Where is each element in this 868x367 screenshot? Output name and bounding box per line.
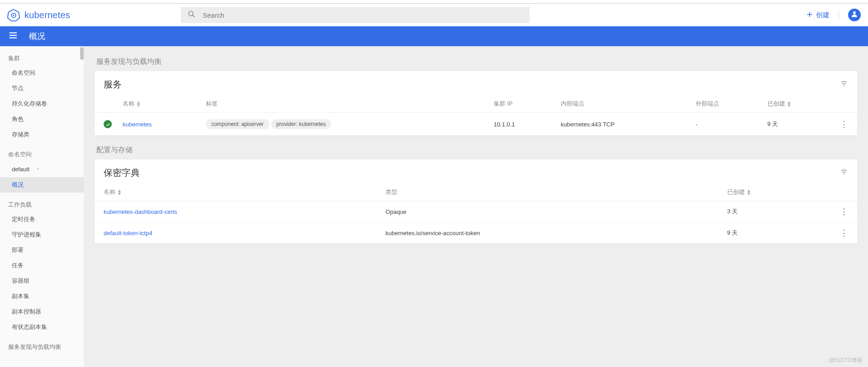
sidebar-item[interactable]: 角色: [0, 111, 84, 127]
sidebar-item[interactable]: 容器组: [0, 273, 84, 289]
secret-name-link[interactable]: default-token-tctp4: [104, 230, 153, 237]
search-input[interactable]: [203, 11, 523, 19]
sidebar-item[interactable]: 存储类: [0, 127, 84, 142]
cell-created: 9 天: [762, 113, 835, 136]
secrets-card: 保密字典 名称▲▼ 类型 已创建▲▼ kubernetes-dashboard-…: [95, 159, 857, 243]
cell-cluster-ip: 10.1.0.1: [488, 113, 555, 136]
kubernetes-logo-icon: [7, 9, 20, 21]
filter-icon[interactable]: [840, 168, 848, 178]
sort-icon: ▲▼: [136, 101, 141, 107]
create-label: 创建: [816, 11, 830, 19]
page-header-bar: 概况: [0, 26, 868, 46]
sidebar-header-service-discovery: 服务发现与负载均衡: [0, 338, 84, 354]
main-content: 服务发现与负载均衡 服务 名称▲▼ 标签 集群 IP 内部端点 外部端点 已创建…: [84, 46, 868, 367]
create-button[interactable]: 创建: [806, 11, 830, 19]
row-menu-icon[interactable]: ⋮: [840, 228, 848, 237]
svg-point-7: [853, 11, 856, 14]
search-icon: [187, 10, 196, 20]
row-menu-icon[interactable]: ⋮: [840, 207, 848, 216]
cell-type: Opaque: [380, 201, 722, 222]
secrets-card-title: 保密字典: [104, 167, 140, 179]
col-name[interactable]: 名称▲▼: [123, 100, 141, 108]
row-menu-icon[interactable]: ⋮: [840, 120, 848, 129]
page-title: 概况: [29, 31, 45, 42]
cell-external-ep: -: [690, 113, 762, 136]
col-type[interactable]: 类型: [380, 184, 722, 201]
sidebar-item[interactable]: 任务: [0, 258, 84, 273]
col-external-ep[interactable]: 外部端点: [690, 95, 762, 113]
services-card-title: 服务: [104, 78, 122, 91]
svg-point-3: [189, 11, 193, 16]
sidebar-item[interactable]: 副本控制器: [0, 304, 84, 319]
secret-name-link[interactable]: kubernetes-dashboard-certs: [104, 208, 177, 215]
browser-bookmark-bar: [0, 0, 868, 4]
sort-icon: ▲▼: [787, 101, 792, 107]
chevron-down-icon: [36, 166, 40, 173]
secrets-table: 名称▲▼ 类型 已创建▲▼ kubernetes-dashboard-certs…: [95, 184, 857, 243]
filter-icon[interactable]: [840, 80, 848, 90]
sort-icon: ▲▼: [117, 189, 122, 195]
sort-icon: ▲▼: [747, 189, 751, 195]
app-top-bar: kubernetes 创建: [0, 4, 868, 26]
services-table: 名称▲▼ 标签 集群 IP 内部端点 外部端点 已创建▲▼ kubernetes…: [95, 95, 857, 135]
divider: [839, 10, 839, 20]
sidebar-item[interactable]: 部署: [0, 242, 84, 258]
label-chip: component: apiserver: [206, 119, 269, 129]
sidebar-item[interactable]: 副本集: [0, 289, 84, 304]
status-ok-icon: [104, 120, 112, 128]
service-name-link[interactable]: kubernetes: [123, 121, 152, 128]
logo[interactable]: kubernetes: [7, 9, 70, 21]
sidebar-header-workloads: 工作负载: [0, 196, 84, 212]
table-row: default-token-tctp4kubernetes.io/service…: [95, 222, 857, 244]
search-box[interactable]: [181, 7, 529, 23]
col-cluster-ip[interactable]: 集群 IP: [488, 95, 555, 113]
sidebar: 集群 命名空间节点持久化存储卷角色存储类 命名空间 default 概况 工作负…: [0, 46, 84, 367]
sidebar-item-overview[interactable]: 概况: [0, 177, 84, 193]
col-labels[interactable]: 标签: [200, 95, 488, 113]
cell-internal-ep: kubernetes:443 TCP: [555, 113, 690, 136]
scrollbar-thumb[interactable]: [80, 47, 84, 60]
sidebar-item[interactable]: 有状态副本集: [0, 319, 84, 335]
col-created[interactable]: 已创建▲▼: [768, 100, 792, 108]
col-created[interactable]: 已创建▲▼: [727, 188, 751, 196]
section-title-config-storage: 配置与存储: [96, 145, 857, 155]
svg-point-2: [13, 14, 14, 16]
user-icon: [850, 10, 858, 20]
section-title-service-discovery: 服务发现与负载均衡: [96, 57, 857, 67]
sidebar-item[interactable]: 节点: [0, 81, 84, 96]
sidebar-header-namespace: 命名空间: [0, 146, 84, 161]
sidebar-item[interactable]: 定时任务: [0, 212, 84, 227]
hamburger-menu-icon[interactable]: [8, 30, 18, 43]
namespace-selected: default: [12, 166, 29, 173]
table-row: kubernetes-dashboard-certsOpaque3 天⋮: [95, 201, 857, 222]
sidebar-item[interactable]: 持久化存储卷: [0, 96, 84, 111]
services-card: 服务 名称▲▼ 标签 集群 IP 内部端点 外部端点 已创建▲▼ kuberne…: [95, 71, 857, 135]
plus-icon: [806, 11, 813, 19]
sidebar-item[interactable]: 守护进程集: [0, 227, 84, 242]
cell-created: 9 天: [722, 222, 835, 244]
user-menu[interactable]: [848, 9, 861, 21]
sidebar-header-cluster: 集群: [0, 50, 84, 65]
col-name[interactable]: 名称▲▼: [104, 188, 122, 196]
logo-text: kubernetes: [24, 10, 70, 20]
cell-type: kubernetes.io/service-account-token: [380, 222, 722, 244]
table-row: kubernetescomponent: apiserverprovider: …: [95, 113, 857, 136]
col-internal-ep[interactable]: 内部端点: [555, 95, 690, 113]
svg-line-4: [192, 15, 194, 17]
cell-created: 3 天: [722, 201, 835, 222]
namespace-select[interactable]: default: [0, 161, 84, 177]
sidebar-item[interactable]: 命名空间: [0, 65, 84, 81]
label-chip: provider: kubernetes: [271, 119, 331, 129]
watermark: @51CTO博客: [829, 357, 863, 364]
